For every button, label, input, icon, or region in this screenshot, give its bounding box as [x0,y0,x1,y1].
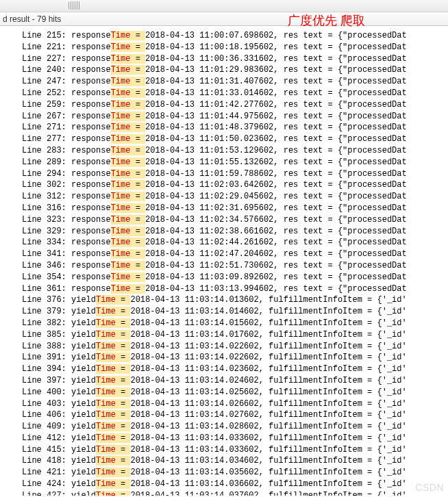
result-line[interactable]: Line 302: responseTime = 2018-04-13 11:0… [0,179,448,191]
result-line[interactable]: Line 361: responseTime = 2018-04-13 11:0… [0,283,448,295]
result-line[interactable]: Line 312: responseTime = 2018-04-13 11:0… [0,191,448,203]
result-line[interactable]: Line 376: yieldTime = 2018-04-13 11:03:1… [0,294,448,306]
result-line[interactable]: Line 409: yieldTime = 2018-04-13 11:03:1… [0,421,448,433]
result-line[interactable]: Line 323: responseTime = 2018-04-13 11:0… [0,214,448,226]
result-list: Line 215: responseTime = 2018-04-13 11:0… [0,26,448,496]
search-result-title: d result - 79 hits [3,14,61,24]
result-line[interactable]: Line 418: yieldTime = 2018-04-13 11:03:1… [0,455,448,467]
result-line[interactable]: Line 415: yieldTime = 2018-04-13 11:03:1… [0,444,448,456]
result-line[interactable]: Line 341: responseTime = 2018-04-13 11:0… [0,248,448,260]
result-line[interactable]: Line 334: responseTime = 2018-04-13 11:0… [0,237,448,248]
result-line[interactable]: Line 316: responseTime = 2018-04-13 11:0… [0,203,448,214]
drag-handle-icon[interactable] [69,1,81,10]
result-line[interactable]: Line 259: responseTime = 2018-04-13 11:0… [0,99,448,111]
result-line[interactable]: Line 388: yieldTime = 2018-04-13 11:03:1… [0,341,448,353]
result-line[interactable]: Line 412: yieldTime = 2018-04-13 11:03:1… [0,433,448,444]
result-line[interactable]: Line 221: responseTime = 2018-04-13 11:0… [0,42,448,53]
result-line[interactable]: Line 427: yieldTime = 2018-04-13 11:03:1… [0,490,448,496]
result-line[interactable]: Line 397: yieldTime = 2018-04-13 11:03:1… [0,375,448,387]
result-line[interactable]: Line 252: responseTime = 2018-04-13 11:0… [0,88,448,99]
window-titlebar [0,0,448,12]
result-line[interactable]: Line 271: responseTime = 2018-04-13 11:0… [0,122,448,133]
result-line[interactable]: Line 267: responseTime = 2018-04-13 11:0… [0,111,448,123]
result-line[interactable]: Line 227: responseTime = 2018-04-13 11:0… [0,53,448,65]
result-line[interactable]: Line 277: responseTime = 2018-04-13 11:0… [0,133,448,145]
result-line[interactable]: Line 382: yieldTime = 2018-04-13 11:03:1… [0,318,448,329]
result-line[interactable]: Line 394: yieldTime = 2018-04-13 11:03:1… [0,364,448,375]
search-result-header: d result - 79 hits [0,12,448,26]
result-line[interactable]: Line 329: responseTime = 2018-04-13 11:0… [0,226,448,238]
result-line[interactable]: Line 346: responseTime = 2018-04-13 11:0… [0,260,448,272]
result-line[interactable]: Line 385: yieldTime = 2018-04-13 11:03:1… [0,329,448,341]
result-line[interactable]: Line 400: yieldTime = 2018-04-13 11:03:1… [0,387,448,398]
result-line[interactable]: Line 289: responseTime = 2018-04-13 11:0… [0,157,448,168]
result-line[interactable]: Line 406: yieldTime = 2018-04-13 11:03:1… [0,409,448,421]
result-line[interactable]: Line 403: yieldTime = 2018-04-13 11:03:1… [0,398,448,410]
result-line[interactable]: Line 421: yieldTime = 2018-04-13 11:03:1… [0,467,448,479]
result-line[interactable]: Line 240: responseTime = 2018-04-13 11:0… [0,64,448,76]
result-line[interactable]: Line 379: yieldTime = 2018-04-13 11:03:1… [0,306,448,318]
result-line[interactable]: Line 283: responseTime = 2018-04-13 11:0… [0,145,448,157]
result-line[interactable]: Line 247: responseTime = 2018-04-13 11:0… [0,76,448,88]
result-line[interactable]: Line 424: yieldTime = 2018-04-13 11:03:1… [0,479,448,490]
result-line[interactable]: Line 391: yieldTime = 2018-04-13 11:03:1… [0,352,448,364]
result-line[interactable]: Line 294: responseTime = 2018-04-13 11:0… [0,168,448,180]
result-line[interactable]: Line 215: responseTime = 2018-04-13 11:0… [0,30,448,42]
result-line[interactable]: Line 354: responseTime = 2018-04-13 11:0… [0,272,448,283]
